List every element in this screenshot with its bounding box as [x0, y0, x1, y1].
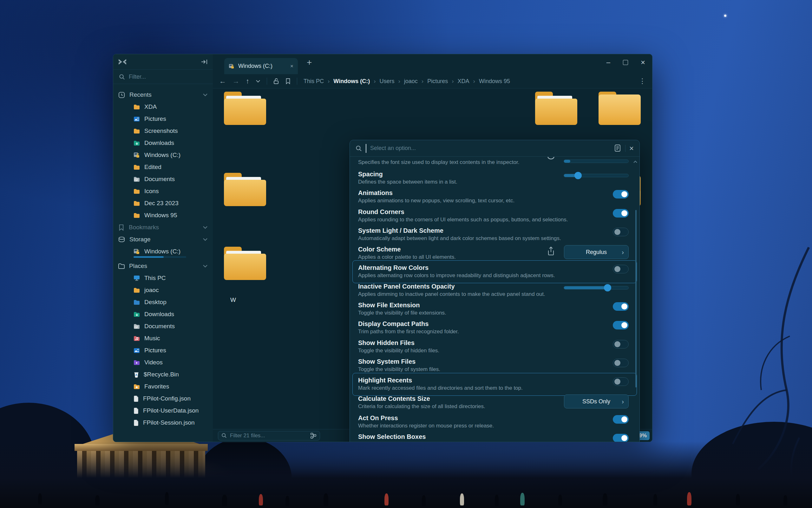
setting-row-show-selection-boxes[interactable]: Show Selection Boxes Toggle visibility o…	[358, 433, 629, 442]
option-list-icon[interactable]	[614, 144, 621, 153]
setting-row-round-corners[interactable]: Round Corners Applies rounding to the co…	[358, 208, 629, 225]
setting-row-alternating-row-colors[interactable]: Alternating Row Colors Applies alternati…	[358, 264, 629, 281]
sidebar-item-screenshots[interactable]: Screenshots	[113, 125, 213, 137]
alternating-row-colors-toggle[interactable]	[613, 265, 629, 273]
show-file-extension-toggle[interactable]	[613, 302, 629, 311]
sidebar-item-storage-windows-c[interactable]: Windows (C:)	[113, 246, 213, 257]
setting-row-inactive-panel-opacity[interactable]: Inactive Panel Contents Opacity Applies …	[358, 283, 629, 299]
sidebar-section-recents[interactable]: Recents	[113, 89, 213, 101]
close-window-button[interactable]: ×	[641, 58, 645, 67]
sidebar-item-fpilot-config[interactable]: FPilot-Config.json	[113, 392, 213, 405]
item-label: Dec 23 2023	[144, 200, 178, 207]
crumb-windows-95[interactable]: Windows 95	[479, 78, 510, 85]
highlight-recents-toggle[interactable]	[613, 377, 629, 386]
minimize-button[interactable]: –	[606, 58, 610, 67]
inactive-opacity-slider[interactable]	[564, 286, 629, 290]
unlock-icon[interactable]	[274, 78, 279, 84]
sidebar-item-pictures-2[interactable]: Pictures	[113, 344, 213, 356]
sidebar-item-downloads[interactable]: Downloads	[113, 137, 213, 149]
sidebar-item-windows-95[interactable]: Windows 95	[113, 209, 213, 221]
history-chevron-icon[interactable]	[256, 80, 260, 83]
act-on-press-toggle[interactable]	[613, 415, 629, 424]
sidebar-item-fpilot-userdata[interactable]: FPilot-UserData.json	[113, 405, 213, 417]
item-label: XDA	[144, 103, 157, 110]
sidebar-item-dec-23-2023[interactable]: Dec 23 2023	[113, 197, 213, 209]
tree-view-icon[interactable]	[310, 432, 317, 439]
grid-item-partial-folder[interactable]	[224, 247, 266, 280]
more-options-icon[interactable]: ⋮	[639, 77, 646, 85]
setting-row-system-scheme[interactable]: System Light / Dark Scheme Automatically…	[358, 227, 629, 244]
sidebar-item-recycle-bin[interactable]: $Recycle.Bin	[113, 369, 213, 381]
round-corners-toggle[interactable]	[613, 209, 629, 217]
sidebar-item-videos[interactable]: Videos	[113, 356, 213, 369]
display-compact-paths-toggle[interactable]	[613, 321, 629, 330]
nav-up-icon[interactable]: ↑	[246, 78, 249, 85]
sidebar-item-xda[interactable]: XDA	[113, 101, 213, 113]
maximize-button[interactable]	[623, 60, 628, 65]
system-scheme-toggle[interactable]	[613, 228, 629, 236]
tab-close-icon[interactable]: ×	[290, 63, 293, 70]
setting-row-animations[interactable]: Animations Applies animations to new pop…	[358, 189, 629, 206]
desktop: Filter... Recents XDA	[0, 0, 812, 508]
sidebar-item-desktop[interactable]: Desktop	[113, 296, 213, 308]
crumb-joaoc[interactable]: joaoc	[404, 78, 418, 85]
sidebar-item-this-pc[interactable]: This PC	[113, 272, 213, 284]
sidebar-item-documents-2[interactable]: Documents	[113, 320, 213, 332]
sidebar-item-fpilot-session[interactable]: FPilot-Session.json	[113, 417, 213, 429]
grid-item-partial-folder[interactable]	[224, 92, 266, 125]
sidebar-item-downloads-2[interactable]: Downloads	[113, 308, 213, 320]
collapse-sidebar-icon[interactable]	[201, 59, 208, 65]
animations-toggle[interactable]	[613, 190, 629, 199]
setting-row-show-system-files[interactable]: Show System Files Toggle the visibility …	[358, 358, 629, 375]
setting-desc: Applies a color palette to all UI elemen…	[358, 254, 456, 260]
bookmark-icon[interactable]	[285, 78, 290, 84]
setting-row-color-scheme[interactable]: Color Scheme Applies a color palette to …	[358, 246, 629, 262]
new-tab-icon[interactable]: +	[307, 57, 312, 68]
setting-row-display-compact-paths[interactable]: Display Compact Paths Trim paths from th…	[358, 320, 629, 337]
sidebar-item-favorites[interactable]: Favorites	[113, 381, 213, 392]
setting-row-show-hidden-files[interactable]: Show Hidden Files Toggle the visibility …	[358, 339, 629, 356]
overlay-close-icon[interactable]: ×	[629, 144, 634, 153]
crumb-windows-c[interactable]: Windows (C:)	[333, 78, 370, 85]
crumb-xda[interactable]: XDA	[458, 78, 470, 85]
sidebar-section-bookmarks[interactable]: Bookmarks	[113, 221, 213, 234]
spacing-slider[interactable]	[564, 174, 629, 177]
item-label: joaoc	[144, 287, 159, 294]
sidebar-item-pictures[interactable]: Pictures	[113, 113, 213, 125]
overlay-search[interactable]: Select an option... ×	[350, 140, 640, 157]
file-filter-input[interactable]: Filter 21 files...	[218, 431, 320, 440]
setting-row-act-on-press[interactable]: Act On Press Whether interactions regist…	[358, 415, 629, 431]
overlay-scrollbar[interactable]	[635, 210, 637, 387]
setting-row-calculate-contents-size[interactable]: Calculate Contents Size Criteria for cal…	[358, 395, 629, 412]
show-selection-boxes-toggle[interactable]	[613, 434, 629, 442]
sidebar-item-music[interactable]: Music	[113, 332, 213, 344]
show-hidden-files-toggle[interactable]	[613, 340, 629, 348]
sidebar-item-joaoc[interactable]: joaoc	[113, 284, 213, 296]
sidebar-section-storage[interactable]: Storage	[113, 234, 213, 246]
calculate-contents-size-button[interactable]: SSDs Only ›	[564, 394, 629, 409]
share-icon[interactable]	[547, 246, 555, 256]
item-label: Documents	[144, 176, 175, 183]
nav-back-icon[interactable]: ←	[219, 78, 226, 85]
sidebar-item-icons[interactable]: Icons	[113, 185, 213, 197]
grid-item-partial-folder[interactable]	[224, 173, 266, 206]
setting-row-inspector-font-size[interactable]: Specifies the font size used to display …	[358, 157, 629, 168]
sidebar-item-documents[interactable]: Documents	[113, 173, 213, 185]
sidebar-section-places[interactable]: Places	[113, 260, 213, 272]
desktop-folder-icon	[133, 300, 140, 305]
color-scheme-button[interactable]: Regulus ›	[564, 245, 629, 259]
setting-row-highlight-recents[interactable]: Highlight Recents Mark recently accessed…	[358, 377, 629, 393]
tab-windows-c[interactable]: Windows (C:) ×	[224, 58, 298, 74]
sidebar-item-windows-c[interactable]: Windows (C:)	[113, 149, 213, 161]
scroll-up-icon[interactable]	[633, 161, 638, 163]
crumb-this-pc[interactable]: This PC	[303, 78, 324, 85]
sidebar-item-edited[interactable]: Edited	[113, 161, 213, 173]
crumb-pictures[interactable]: Pictures	[427, 78, 448, 85]
nav-forward-icon[interactable]: →	[233, 78, 240, 85]
show-system-files-toggle[interactable]	[613, 358, 629, 367]
setting-row-spacing[interactable]: Spacing Defines the space between items …	[358, 171, 629, 187]
crumb-users[interactable]: Users	[379, 78, 394, 85]
sidebar-filter[interactable]: Filter...	[113, 70, 213, 84]
setting-row-show-file-extension[interactable]: Show File Extension Toggle the visibilit…	[358, 302, 629, 318]
font-size-slider[interactable]	[564, 160, 629, 163]
